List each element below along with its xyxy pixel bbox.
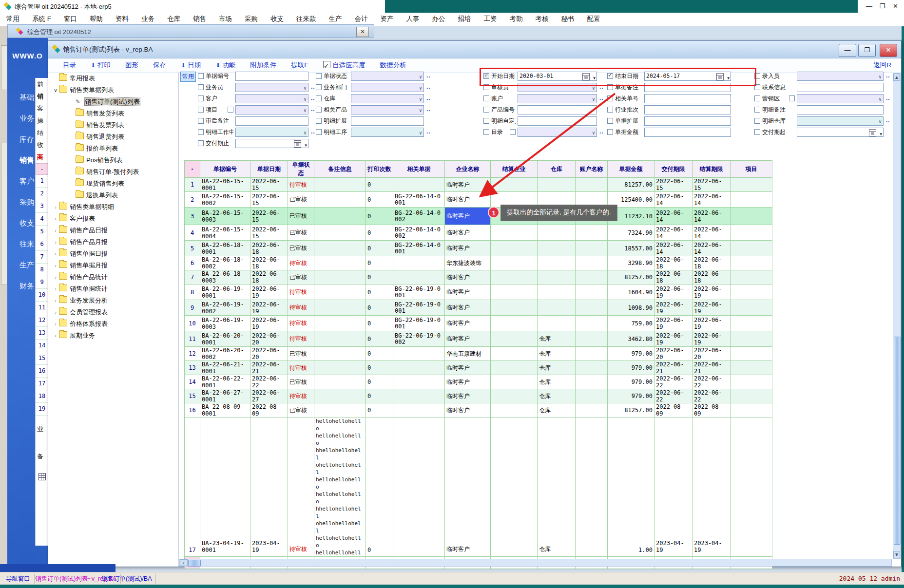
menu-item-业务[interactable]: 业务 xyxy=(135,13,161,26)
tree-expander-closed[interactable]: › xyxy=(52,213,59,225)
cell-相关单据[interactable] xyxy=(393,347,445,361)
cell-结算企业[interactable] xyxy=(491,389,538,403)
filter-checkbox-单据编号[interactable] xyxy=(198,73,204,79)
tree-expander-closed[interactable]: › xyxy=(52,306,59,318)
cell-相关单据[interactable]: BG-22-06-14-0001 xyxy=(393,241,445,256)
tree-item[interactable]: Pos销售列表 xyxy=(48,154,178,166)
menu-item-工资[interactable]: 工资 xyxy=(478,13,503,26)
cell-结算期限[interactable]: 2022-06-19 xyxy=(692,316,731,331)
cell-企业名称[interactable]: 临时客户 xyxy=(445,331,491,347)
cell-备注信息[interactable] xyxy=(314,300,366,316)
cell-单据状态[interactable]: 已审核 xyxy=(288,403,314,417)
chevron-down-icon[interactable]: ∨ xyxy=(304,129,307,137)
menu-item-考勤[interactable]: 考勤 xyxy=(503,13,529,26)
tree-item[interactable]: ›销售产品月报 xyxy=(48,236,178,248)
cell-单据状态[interactable]: 已审核 xyxy=(288,375,314,389)
filter-input-单据扩展[interactable] xyxy=(644,116,731,126)
tree-item[interactable]: ›销售单据统计 xyxy=(48,283,178,295)
cell-交付期限[interactable]: 2022-08-09 xyxy=(654,403,692,417)
tree-item[interactable]: ›销售产品日报 xyxy=(48,225,178,236)
cell-交付期限[interactable]: 2022-06-19 xyxy=(654,285,692,300)
cell-备注信息[interactable] xyxy=(314,178,366,192)
cell-交付期限[interactable]: 2022-06-19 xyxy=(654,316,692,331)
filter-input-相关单号[interactable] xyxy=(644,94,731,103)
cell-企业名称[interactable]: 临时客户 xyxy=(445,375,491,389)
toolbar-item-目录[interactable]: 目录 xyxy=(63,58,76,72)
cell-单据编号[interactable]: BA-22-06-21-0001 xyxy=(200,361,250,375)
cell-企业名称[interactable]: 临时客户 xyxy=(445,361,491,375)
cell-仓库[interactable] xyxy=(538,300,576,316)
cell-单据金额[interactable]: 1604.90 xyxy=(608,285,654,300)
cell-结算期限[interactable]: 2022-06-15 xyxy=(692,178,731,192)
filter-checkbox-明细扩展[interactable] xyxy=(316,118,322,124)
tree-item[interactable]: ›展期业务 xyxy=(48,330,178,341)
cell-仓库[interactable]: 仓库 xyxy=(538,417,576,557)
cell-项目[interactable] xyxy=(731,285,772,300)
lookup-dots-button[interactable]: .. xyxy=(426,83,431,90)
table-row[interactable]: 14BA-22-06-22-00012022-06-22已审核0临时客户仓库97… xyxy=(185,375,772,389)
cell-单据日期[interactable]: 2022-06-18 xyxy=(250,241,288,256)
cell-rownum[interactable]: 12 xyxy=(185,347,200,361)
menu-item-采购[interactable]: 采购 xyxy=(238,13,264,26)
cell-单据编号[interactable]: BA-22-06-18-0003 xyxy=(200,270,250,285)
cell-单据金额[interactable]: 979.00 xyxy=(608,375,654,389)
cell-仓库[interactable]: 仓库 xyxy=(538,361,576,375)
cell-打印次数[interactable]: 0 xyxy=(366,256,393,270)
cell-单据状态[interactable]: 待审核 xyxy=(288,417,314,557)
cell-结算企业[interactable] xyxy=(491,375,538,389)
cell-仓库[interactable] xyxy=(538,225,576,241)
cell-单据日期[interactable]: 2022-06-19 xyxy=(250,316,288,331)
cell-单据编号[interactable]: BA-22-06-20-0002 xyxy=(200,347,250,361)
background-window-close-button[interactable]: ✕ xyxy=(356,27,369,37)
cell-单据编号[interactable]: BA-22-06-15-0003 xyxy=(200,208,250,225)
cell-交付期限[interactable]: 2022-06-14 xyxy=(654,225,692,241)
cell-仓库[interactable]: 仓库 xyxy=(538,347,576,361)
cell-单据编号[interactable]: BA-22-06-22-0001 xyxy=(200,375,250,389)
tree-item[interactable]: 销售发票列表 xyxy=(48,119,178,131)
table-row[interactable]: 8BA-22-06-19-00012022-06-19待审核0BG-22-06-… xyxy=(185,285,772,300)
cell-单据日期[interactable]: 2022-06-21 xyxy=(250,361,288,375)
cell-仓库[interactable] xyxy=(538,241,576,256)
cell-结算企业[interactable] xyxy=(491,270,538,285)
cell-备注信息[interactable]: hellohellohellohellohellohellohhellohell… xyxy=(314,417,366,557)
cell-单据日期[interactable]: 2022-06-20 xyxy=(250,331,288,347)
filter-checkbox-相关产品[interactable] xyxy=(316,107,322,113)
tree-item[interactable]: ›销售单据日报 xyxy=(48,248,178,260)
cell-账户名称[interactable] xyxy=(576,347,608,361)
cell-交付期限[interactable]: 2022-06-14 xyxy=(654,192,692,208)
cell-项目[interactable] xyxy=(731,347,772,361)
cell-单据编号[interactable]: BA-23-04-19-0001 xyxy=(200,417,250,557)
filter-select-项目[interactable]: ∨ xyxy=(235,105,308,114)
cell-备注信息[interactable] xyxy=(314,241,366,256)
cell-rownum[interactable]: 9 xyxy=(185,300,200,316)
menu-item-仓库[interactable]: 仓库 xyxy=(161,13,187,26)
chevron-down-icon[interactable]: ∨ xyxy=(419,73,422,81)
cell-单据金额[interactable]: 759.00 xyxy=(608,316,654,331)
cell-rownum[interactable]: 10 xyxy=(185,316,200,331)
cell-rownum[interactable]: 4 xyxy=(185,225,200,241)
toolbar-item-自适应高度[interactable]: 自适应高度 xyxy=(323,58,365,72)
cell-相关单据[interactable] xyxy=(393,178,445,192)
chevron-down-icon[interactable]: ∨ xyxy=(419,106,422,114)
close-button[interactable]: ✕ xyxy=(889,1,902,11)
cell-仓库[interactable]: 仓库 xyxy=(538,389,576,403)
filter-checkbox-明细工作中心[interactable] xyxy=(198,129,204,135)
cell-单据状态[interactable]: 已审核 xyxy=(288,270,314,285)
lookup-dots-button[interactable]: .. xyxy=(886,95,890,101)
cell-交付期限[interactable]: 2022-06-15 xyxy=(654,178,692,192)
cell-打印次数[interactable]: 0 xyxy=(366,270,393,285)
cell-结算期限[interactable]: 2022-06-14 xyxy=(692,241,731,256)
cell-交付期限[interactable]: 2022-06-19 xyxy=(654,300,692,316)
lookup-dots-button[interactable]: .. xyxy=(426,128,431,135)
cell-结算企业[interactable] xyxy=(491,331,538,347)
tree-expander-closed[interactable]: › xyxy=(52,260,59,271)
cell-rownum[interactable]: 16 xyxy=(185,403,200,417)
cell-交付期限[interactable]: 2022-06-18 xyxy=(654,270,692,285)
chevron-down-icon[interactable]: ∨ xyxy=(879,73,882,81)
cell-结算期限[interactable]: 2022-06-22 xyxy=(692,389,731,403)
tree-expander-open[interactable]: ∨ xyxy=(52,84,59,96)
toolbar-item-图形[interactable]: 图形 xyxy=(125,58,138,72)
column-header-相关单据[interactable]: 相关单据 xyxy=(393,161,445,178)
filter-checkbox-明细备注[interactable] xyxy=(754,107,760,113)
tree-item[interactable]: 退换单列表 xyxy=(48,190,178,201)
